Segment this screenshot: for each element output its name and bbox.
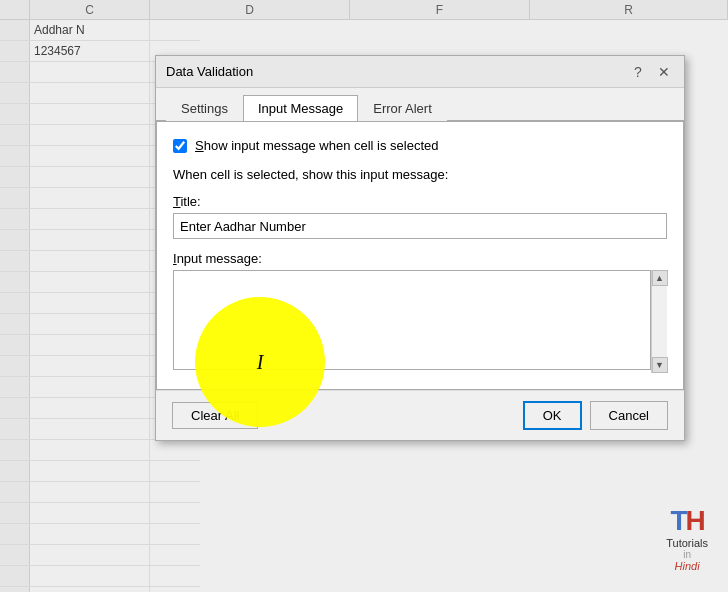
titlebar-controls: ? ✕ [628,62,674,82]
input-message-textarea[interactable] [173,270,651,370]
ok-button[interactable]: OK [523,401,582,430]
watermark: TH Tutorials in Hindi [666,505,708,572]
dialog-footer: Clear All OK Cancel [156,390,684,440]
title-field-label: Title: [173,194,667,209]
help-button[interactable]: ? [628,62,648,82]
action-buttons: OK Cancel [523,401,668,430]
textarea-container: ▲ ▼ [173,270,667,373]
instruction-text: When cell is selected, show this input m… [173,167,667,182]
show-message-checkbox[interactable] [173,139,187,153]
dialog-body: Show input message when cell is selected… [156,121,684,390]
dialog-title: Data Validation [166,64,253,79]
scrollbar-vertical[interactable]: ▲ ▼ [651,270,667,373]
watermark-tutorials: Tutorials [666,537,708,549]
watermark-logo: TH [666,505,708,537]
dialog-tabs: Settings Input Message Error Alert [156,88,684,121]
scroll-up-arrow[interactable]: ▲ [652,270,668,286]
data-validation-dialog: Data Validation ? ✕ Settings Input Messa… [155,55,685,441]
clear-all-button[interactable]: Clear All [172,402,258,429]
cancel-button[interactable]: Cancel [590,401,668,430]
watermark-hindi: Hindi [666,560,708,572]
show-message-row: Show input message when cell is selected [173,138,667,153]
tab-input-message[interactable]: Input Message [243,95,358,121]
dialog-titlebar: Data Validation ? ✕ [156,56,684,88]
tab-error-alert[interactable]: Error Alert [358,95,447,121]
show-message-label: Show input message when cell is selected [195,138,439,153]
input-message-label: Input message: [173,251,667,266]
tab-settings[interactable]: Settings [166,95,243,121]
close-button[interactable]: ✕ [654,62,674,82]
title-input[interactable] [173,213,667,239]
watermark-in: in [666,549,708,560]
scroll-down-arrow[interactable]: ▼ [652,357,668,373]
watermark-t-letter: TH [670,505,703,536]
